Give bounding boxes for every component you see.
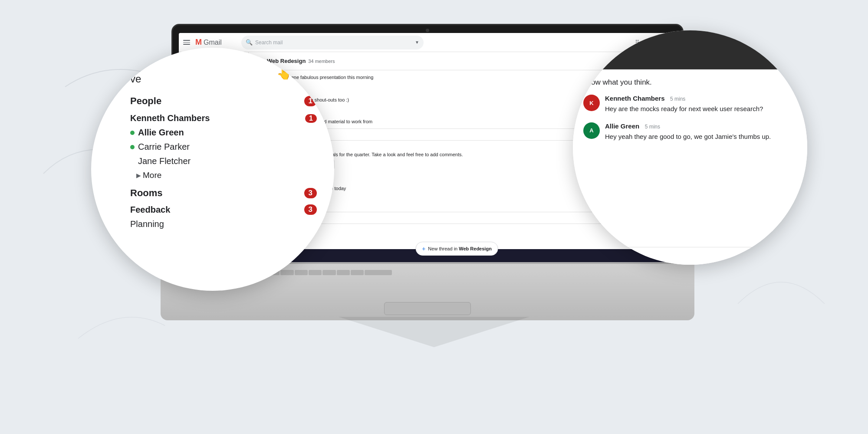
zoom-plus-button[interactable]: +: [298, 69, 317, 89]
more-row[interactable]: ▶ More: [136, 168, 317, 182]
zoom-msg-kenneth-header: Kenneth Chambers 5 mins: [605, 95, 763, 102]
more-arrow-icon: ▶: [136, 172, 141, 179]
menu-line: [183, 44, 190, 45]
active-label: Active: [591, 55, 607, 62]
zoom-allie-name: Allie Green: [605, 122, 639, 130]
chat-more-icon[interactable]: ⋮: [789, 53, 797, 63]
person-name-kenneth: Kenneth Chambers: [130, 113, 210, 123]
webcam: [426, 29, 429, 32]
cursor-hand: 👆: [276, 66, 292, 80]
people-section-header: People 1: [130, 95, 317, 107]
search-placeholder-text: Search mail: [255, 39, 283, 46]
zoom-kenneth-text: Hey are the mocks ready for next week us…: [605, 104, 763, 114]
zoom-allie-time: 5 mins: [645, 124, 660, 130]
zoom-intro-text: know what you think.: [583, 78, 797, 87]
menu-button[interactable]: [183, 38, 193, 47]
zoom-chat-footer: ↩ Reply: [573, 247, 807, 265]
zoom-chat-header: e Green — ⊞ ✕: [573, 30, 807, 52]
person-kenneth[interactable]: Kenneth Chambers 1: [130, 111, 317, 125]
new-thread-button[interactable]: + New thread in Web Redesign: [415, 242, 498, 256]
zoom-nav-header: ve 👆 +: [130, 69, 317, 89]
zoom-avatar-kenneth: K: [583, 95, 600, 111]
zoom-avatar-allie: A: [583, 122, 600, 139]
key: [351, 270, 364, 275]
new-thread-label: New thread in Web Redesign: [428, 246, 492, 251]
online-indicator-carrie: [130, 145, 135, 149]
search-icon: 🔍: [246, 39, 253, 46]
zoom-kenneth-time: 5 mins: [670, 96, 685, 102]
zoom-chat-controls: — ⊞ ✕: [766, 38, 797, 46]
allie-name-row: Allie Green: [130, 128, 184, 138]
zoom-msg-allie-content: Allie Green 5 mins Hey yeah they are goo…: [605, 122, 771, 141]
m-icon: M: [195, 38, 202, 47]
zoom-reply-label[interactable]: Reply: [592, 253, 606, 260]
kenneth-badge: 1: [305, 114, 317, 123]
zoom-nav-text: ve: [130, 73, 141, 85]
zoom-chat-status: Active ⋮: [573, 52, 807, 69]
gmail-wordmark: Gmail: [204, 39, 222, 46]
menu-line: [183, 40, 190, 41]
zoom-messages: know what you think. K Kenneth Chambers …: [573, 69, 807, 247]
zoom-msg-allie-header: Allie Green 5 mins: [605, 122, 771, 130]
zoom-msg-allie: A Allie Green 5 mins Hey yeah they are g…: [583, 122, 797, 141]
zoom-msg-kenneth-content: Kenneth Chambers 5 mins Hey are the mock…: [605, 95, 763, 114]
search-dropdown-icon: ▼: [415, 40, 419, 45]
key: [337, 270, 350, 275]
key: [365, 270, 392, 275]
online-indicator: [130, 131, 135, 135]
more-label: More: [143, 171, 161, 180]
person-name-allie: Allie Green: [138, 128, 184, 138]
zoom-minimize-btn[interactable]: —: [766, 38, 773, 46]
person-allie[interactable]: Allie Green: [130, 125, 317, 140]
people-section-label: People: [130, 95, 161, 107]
feedback-badge: 3: [304, 204, 317, 215]
reply-icon: ↩: [583, 253, 589, 260]
rooms-badge: 3: [304, 188, 317, 198]
zoom-chat-title: e Green: [583, 37, 612, 46]
zoom-circle-left: ve 👆 + People 1 Kenneth Chambers 1: [91, 48, 334, 291]
person-jane[interactable]: Jane Fletcher: [130, 154, 317, 168]
rooms-section-header: Rooms 3: [130, 187, 317, 199]
menu-line: [183, 42, 190, 43]
zoom-expand-btn[interactable]: ⊞: [779, 38, 785, 46]
zoom-msg-kenneth: K Kenneth Chambers 5 mins Hey are the mo…: [583, 95, 797, 114]
zoom-left-content: ve 👆 + People 1 Kenneth Chambers 1: [91, 48, 334, 291]
carrie-name-row: Carrie Parker: [130, 142, 190, 152]
active-dot: [583, 56, 587, 60]
laptop-shadow: [339, 317, 529, 347]
zoom-close-btn[interactable]: ✕: [791, 38, 797, 46]
zoom-kenneth-name: Kenneth Chambers: [605, 95, 665, 102]
room-feedback[interactable]: Feedback 3: [130, 202, 317, 217]
new-thread-plus-icon: +: [422, 245, 425, 252]
background: M Gmail 🔍 Search mail ▼ ⠿ 🔔 U: [0, 0, 868, 434]
zoom-right-content: e Green — ⊞ ✕ Active ⋮ know what you thi…: [573, 30, 807, 265]
person-name-carrie: Carrie Parker: [138, 142, 190, 152]
person-name-jane: Jane Fletcher: [138, 156, 191, 166]
trackpad[interactable]: [384, 302, 471, 315]
room-name-feedback: Feedback: [130, 205, 170, 215]
rooms-section-label: Rooms: [130, 187, 163, 199]
gmail-logo: M Gmail: [195, 38, 239, 47]
search-bar[interactable]: 🔍 Search mail ▼: [241, 36, 424, 49]
room-planning[interactable]: Planning: [130, 217, 317, 231]
room-name-planning: Planning: [130, 219, 164, 229]
zoom-allie-text: Hey yeah they are good to go, we got Jam…: [605, 132, 771, 141]
zoom-circle-right: e Green — ⊞ ✕ Active ⋮ know what you thi…: [573, 30, 807, 265]
person-carrie[interactable]: Carrie Parker: [130, 140, 317, 154]
people-badge: 1: [304, 96, 317, 106]
